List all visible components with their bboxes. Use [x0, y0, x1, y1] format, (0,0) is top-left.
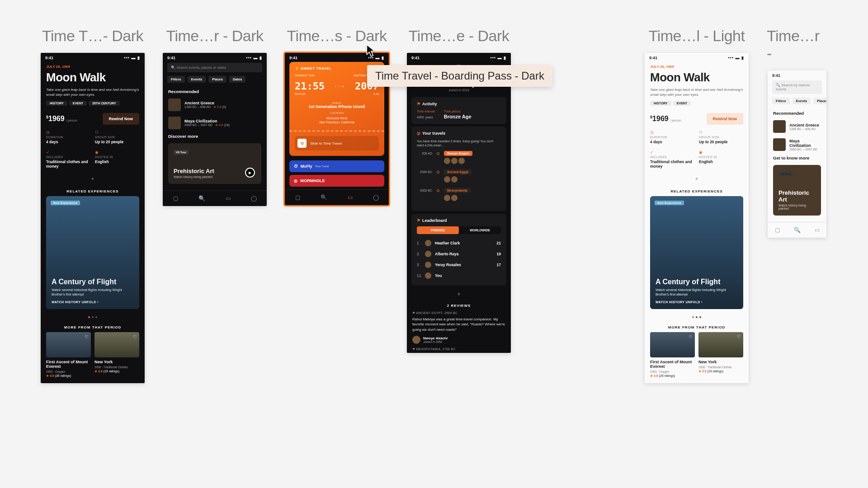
status-bar: 9:41••• ▬ ▮: [163, 53, 267, 61]
discover-card[interactable]: VR Tour Prehistoric Art Watch history be…: [773, 165, 821, 216]
filter-pill[interactable]: Places: [208, 76, 226, 83]
tab-ticket-icon[interactable]: ▭: [815, 227, 820, 233]
search-input[interactable]: 🔍 Search by historic events: [772, 80, 822, 94]
tag-chip[interactable]: History: [650, 101, 671, 106]
play-icon[interactable]: [245, 168, 255, 178]
list-item[interactable]: Ancient Greece1200 BC – 600 AD ★ 5.0 (9): [163, 96, 267, 114]
new-badge: New Experience: [51, 201, 80, 205]
filter-pill[interactable]: Filters: [167, 76, 185, 83]
experience-card[interactable]: New Experience A Century of Flight Watch…: [46, 196, 139, 309]
more-card[interactable]: ♡ New York 1930 · Traditional Clothes ★ …: [94, 332, 139, 378]
discover-card[interactable]: VR Tour Prehistoric Art Watch history be…: [168, 143, 261, 184]
joined-label: Joined in 2018: [407, 89, 511, 92]
tab-home-icon[interactable]: ▢: [173, 195, 178, 202]
screen-profile-dark[interactable]: 9:41••• ▬ ▮ Rahul Malviya Joined in 2018…: [407, 53, 511, 353]
tab-profile-icon[interactable]: ◯: [373, 194, 379, 201]
tab-search-icon[interactable]: 🔍: [794, 227, 801, 233]
time-present: 21:55: [295, 80, 325, 92]
timeline-row[interactable]: 200 ADRoman Empire: [417, 151, 501, 164]
heart-icon[interactable]: ♡: [689, 334, 693, 339]
section-header: Recommended: [768, 109, 826, 117]
expand-icon[interactable]: +: [407, 288, 511, 300]
tab-home-icon[interactable]: ▢: [775, 227, 780, 233]
reviewer[interactable]: Nwoye AkachiJoined in 2050: [407, 332, 511, 347]
timeline-row[interactable]: 3000 BCMesopotamia: [417, 188, 501, 201]
slider-handle-icon[interactable]: ☢: [297, 139, 307, 148]
experience-card[interactable]: New Experience A Century of Flight Watch…: [650, 196, 743, 309]
list-item[interactable]: Ancient Greece1200 BC – 600 AD: [768, 117, 826, 136]
filter-pill[interactable]: Dates: [229, 76, 245, 83]
screen-moonwalk-light[interactable]: 9:41••• ▬ ▮ July 20, 1969 Moon Walk Take…: [645, 53, 749, 383]
check-icon: ✓: [46, 150, 90, 155]
heart-icon[interactable]: ♡: [85, 334, 89, 339]
reviews-header: 2 Reviews: [407, 300, 511, 311]
heart-icon[interactable]: ♡: [133, 334, 137, 339]
brand-logo: ⚡ EMMET TRAVEL: [295, 66, 379, 70]
slide-to-travel[interactable]: ☢ Slide to Time Travel: [295, 136, 379, 150]
page-dots[interactable]: [645, 313, 749, 321]
leaderboard-tabs[interactable]: FriendsWorldwide: [417, 226, 501, 234]
watch-link[interactable]: Watch History Unfold ›: [656, 300, 738, 304]
list-item[interactable]: Maya Civilization2000 BC – 1697 AD: [768, 136, 826, 154]
tab-ticket-icon[interactable]: ▭: [348, 194, 353, 201]
page-dots[interactable]: [41, 313, 145, 321]
section-header: Related Experiences: [41, 185, 145, 196]
expand-icon[interactable]: +: [41, 173, 145, 185]
leaderboard-row[interactable]: 1Heather Clark21: [417, 238, 501, 249]
artboard-label[interactable]: Time…e - Dark: [409, 27, 509, 45]
globe-icon: ◉: [95, 150, 139, 155]
filter-pill[interactable]: Events: [188, 76, 206, 83]
tag-chip[interactable]: History: [46, 101, 67, 106]
heart-icon[interactable]: ♡: [737, 334, 741, 339]
tag-chip[interactable]: 20th Century: [89, 101, 120, 106]
new-badge: New Experience: [655, 201, 684, 205]
artboard-label[interactable]: Time T…- Dark: [42, 27, 143, 45]
screen-moonwalk-dark[interactable]: 9:41••• ▬ ▮ July 20, 1969 Moon Walk Take…: [41, 53, 145, 383]
event-title: 1st Generation iPhone Unveil: [295, 104, 379, 109]
tab-search-icon[interactable]: 🔍: [321, 194, 327, 201]
tag-chip[interactable]: Event: [673, 101, 691, 106]
tab-ticket-icon[interactable]: ▭: [226, 195, 231, 202]
search-input[interactable]: 🔍 Search events, places or dates: [167, 63, 262, 72]
artboard-tooltip: Time Travel - Boarding Pass - Dark: [367, 65, 552, 87]
tab-profile-icon[interactable]: ◯: [251, 195, 257, 202]
section-header: Get to know more: [768, 154, 826, 162]
leaderboard-row[interactable]: 3Yeray Rosales17: [417, 259, 501, 270]
promo-wormhole[interactable]: ◎WORMHOLE: [289, 175, 384, 187]
leaderboard-row[interactable]: 2Alberto Raya19: [417, 249, 501, 259]
more-card[interactable]: ♡ First Ascent of Mount Everest 1953 · O…: [650, 332, 695, 378]
expand-icon[interactable]: +: [645, 173, 749, 185]
hero-subtitle: Take one giant leap back in time and see…: [46, 87, 139, 97]
list-item[interactable]: Maya Civilization2000 BC – 1697 AD ★ 4.0…: [163, 114, 267, 132]
artboard-label[interactable]: Time…r - Dark: [166, 27, 263, 45]
artboard-label[interactable]: Time…l - Light: [649, 27, 745, 45]
filter-pill[interactable]: Filters: [772, 98, 790, 104]
filter-pill[interactable]: Places: [813, 98, 826, 104]
screen-search-light[interactable]: 9:41 🔍 Search by historic events Filters…: [768, 70, 826, 238]
hero-date: July 20, 1969: [650, 65, 743, 69]
more-card[interactable]: ♡ First Ascent of Mount Everest 1953 · O…: [46, 332, 91, 378]
artboard-label[interactable]: Time…r -: [767, 27, 827, 62]
thumbnail: [773, 138, 786, 151]
thumbnail: [168, 117, 181, 129]
clock-icon: ◷: [46, 130, 90, 135]
tag-chip[interactable]: Event: [69, 101, 87, 106]
watch-link[interactable]: Watch History Unfold ›: [52, 300, 134, 304]
rewind-button[interactable]: Rewind Now: [707, 113, 744, 125]
promo-mcfly[interactable]: ⏱McFlyTime Travel: [289, 160, 384, 172]
artboard-label[interactable]: Time…s - Dark: [287, 27, 387, 45]
status-bar: 9:41••• ▬ ▮: [285, 53, 389, 61]
rewind-button[interactable]: Rewind Now: [103, 113, 140, 125]
filter-pill[interactable]: Events: [793, 98, 811, 104]
review-meta: ⚑ Ancient Egypt, 2500 BC: [407, 311, 511, 317]
more-card[interactable]: ♡ New York 1930 · Traditional Clothes ★ …: [698, 332, 743, 378]
review-body: Rahul Malviya was a great time-travel co…: [407, 317, 511, 332]
section-header: More From That Period: [645, 321, 749, 332]
screen-search-dark[interactable]: 9:41••• ▬ ▮ 🔍 Search events, places or d…: [163, 53, 267, 206]
status-bar: 9:41••• ▬ ▮: [645, 53, 749, 61]
status-bar: 9:41••• ▬ ▮: [407, 53, 511, 61]
timeline-row[interactable]: 2500 BCAncient Egypt: [417, 169, 501, 183]
tab-home-icon[interactable]: ▢: [295, 194, 300, 201]
tab-search-icon[interactable]: 🔍: [198, 195, 205, 202]
leaderboard-row[interactable]: 11You: [417, 270, 501, 281]
